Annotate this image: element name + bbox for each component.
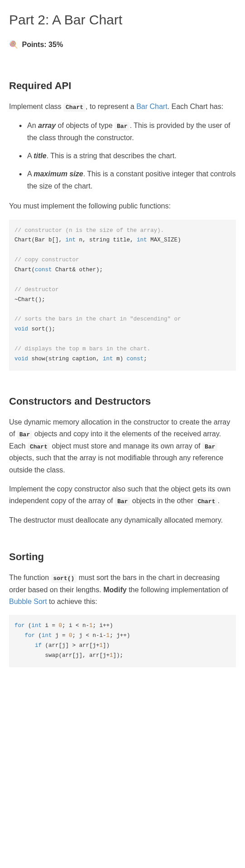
heading-sorting: Sorting bbox=[9, 549, 236, 565]
required-api-intro: Implement class Chart, to represent a Ba… bbox=[9, 101, 236, 113]
link-bar-chart[interactable]: Bar Chart bbox=[136, 103, 167, 110]
heading-required-api: Required API bbox=[9, 78, 236, 94]
code-bar: Bar bbox=[115, 497, 130, 506]
heading-constructors: Constructors and Destructors bbox=[9, 393, 236, 409]
link-bubble-sort[interactable]: Bubble Sort bbox=[9, 598, 47, 605]
constructors-p2: Implement the copy constructor also such… bbox=[9, 483, 236, 507]
code-chart: Chart bbox=[195, 497, 217, 506]
list-item: An array of objects of type Bar. This is… bbox=[27, 120, 236, 144]
constructors-p3: The destructor must deallocate any dynam… bbox=[9, 514, 236, 526]
code-block-sort: for (int i = 0; i < n-1; i++) for (int j… bbox=[9, 615, 236, 667]
required-api-para2: You must implement the following public … bbox=[9, 200, 236, 212]
list-item: A maximum size. This is a constant posit… bbox=[27, 168, 236, 192]
constructors-p1: Use dynamic memory allocation in the con… bbox=[9, 416, 236, 476]
code-bar: Bar bbox=[202, 443, 217, 451]
code-block-api: // constructor (n is the size of the arr… bbox=[9, 220, 236, 371]
code-sort: sort() bbox=[51, 574, 77, 583]
page-title: Part 2: A Bar Chart bbox=[9, 9, 236, 31]
code-chart: Chart bbox=[28, 443, 50, 451]
code-bar: Bar bbox=[17, 430, 32, 439]
lollipop-icon: 🍭 bbox=[9, 41, 18, 48]
list-item: A title. This is a string that describes… bbox=[27, 150, 236, 162]
code-bar: Bar bbox=[115, 122, 130, 131]
points-text: Points: 35% bbox=[22, 41, 63, 48]
feature-list: An array of objects of type Bar. This is… bbox=[9, 120, 236, 192]
points-line: 🍭 Points: 35% bbox=[9, 39, 236, 51]
sorting-p1: The function sort() must sort the bars i… bbox=[9, 572, 236, 608]
code-chart: Chart bbox=[63, 103, 86, 112]
